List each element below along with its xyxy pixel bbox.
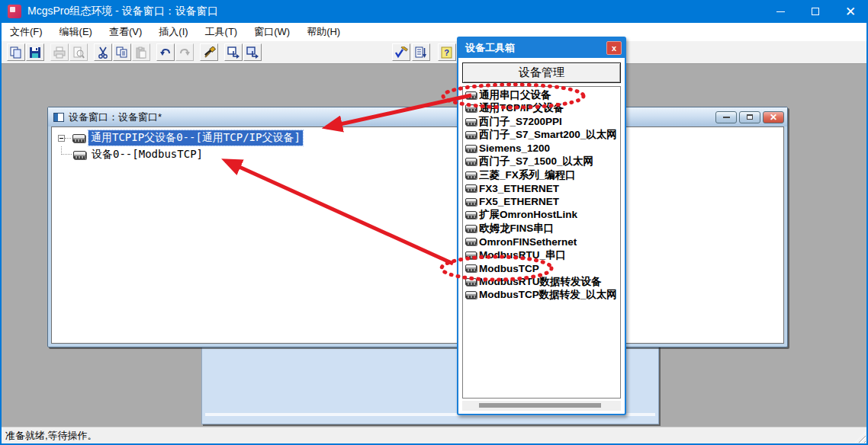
device-item[interactable]: 西门子_S7_Smart200_以太网 (465, 129, 620, 142)
sort-icon (415, 46, 427, 59)
device-window-titlebar[interactable]: 设备窗口：设备窗口* ✕ (48, 107, 787, 126)
child-close-button[interactable]: ✕ (763, 111, 784, 123)
child-minimize-button[interactable] (715, 111, 737, 123)
menu-file[interactable]: 文件(F) (2, 23, 51, 41)
tools-button[interactable] (200, 43, 218, 61)
menu-edit[interactable]: 编辑(E) (51, 23, 101, 41)
print-preview-icon (72, 46, 85, 59)
menu-help[interactable]: 帮助(H) (298, 23, 349, 41)
device-window-controls: ✕ (715, 111, 784, 123)
tree-node-parent[interactable]: 通用TCPIP父设备0--[通用TCP/IP父设备] (88, 130, 303, 146)
device-window-title: 设备窗口：设备窗口* (69, 110, 162, 124)
device-item[interactable]: 通用串口父设备 (465, 88, 620, 102)
copy-icon (115, 46, 129, 59)
device-manage-button[interactable]: 设备管理 (462, 62, 621, 83)
tree-node-child[interactable]: 设备0--[ModbusTCP] (89, 147, 205, 162)
chip-icon (465, 251, 477, 259)
download-button[interactable] (224, 43, 243, 61)
chip-icon (465, 91, 477, 99)
device-item[interactable]: OmronFINSethernet (465, 235, 620, 249)
save-button[interactable] (26, 43, 44, 61)
download-run-icon (246, 46, 259, 59)
device-window-icon (53, 113, 64, 122)
download-run-button[interactable] (243, 43, 262, 61)
device-window: 设备窗口：设备窗口* ✕ 通用TCPIP父设备0--[通用TCP/IP父设备] … (47, 107, 788, 347)
help-icon: ? (441, 46, 453, 59)
print-button[interactable] (50, 43, 69, 61)
chip-icon (465, 145, 477, 152)
scrollbar-thumb[interactable] (479, 403, 601, 408)
statusbar: 准备就绪,等待操作。 (2, 427, 866, 443)
device-list: 通用串口父设备 通用TCP/IP父设备 西门子_S7200PPI 西门子_S7_… (462, 86, 621, 399)
chip-icon (465, 198, 477, 206)
status-text: 准备就绪,等待操作。 (5, 429, 98, 443)
menu-tools[interactable]: 工具(T) (197, 23, 246, 41)
chip-icon (465, 225, 477, 232)
device-item[interactable]: Siemens_1200 (465, 142, 620, 155)
sort-button[interactable] (412, 43, 430, 61)
maximize-button[interactable] (798, 0, 833, 23)
check-button[interactable] (392, 43, 410, 61)
chip-icon (465, 184, 477, 192)
close-button[interactable]: ✕ (833, 0, 868, 23)
new-button[interactable] (7, 43, 25, 61)
chip-icon (465, 264, 477, 272)
save-icon (29, 46, 41, 59)
device-item[interactable]: ModbusRTU_串口 (465, 248, 620, 262)
cut-button[interactable] (94, 43, 112, 61)
device-item[interactable]: 三菱_FX系列_编程口 (465, 168, 620, 182)
undo-icon (159, 47, 172, 58)
toolbox-close-button[interactable]: x (606, 41, 622, 55)
tree-row-parent[interactable]: 通用TCPIP父设备0--[通用TCP/IP父设备] (56, 130, 783, 146)
tree-row-child[interactable]: 设备0--[ModbusTCP] (56, 146, 783, 163)
menu-insert[interactable]: 插入(I) (150, 23, 196, 41)
device-item[interactable]: 欧姆龙FINS串口 (465, 222, 620, 235)
toolbar: ? (2, 41, 866, 64)
minimize-button[interactable] (763, 0, 798, 23)
minimize-icon (776, 11, 785, 12)
device-item-modbustcp[interactable]: ModbusTCP (465, 262, 620, 276)
chip-icon (465, 291, 477, 299)
window-title: McgsPro组态环境 - 设备窗口：设备窗口 (27, 5, 218, 18)
menubar: 文件(F) 编辑(E) 查看(V) 插入(I) 工具(T) 窗口(W) 帮助(H… (2, 23, 866, 41)
chip-icon (465, 118, 477, 126)
check-icon (394, 46, 408, 59)
device-chip-icon (73, 151, 86, 159)
toolbox-titlebar[interactable]: 设备工具箱 x (458, 38, 625, 58)
chip-icon (465, 158, 477, 165)
redo-button[interactable] (175, 43, 194, 61)
copy-button[interactable] (113, 43, 131, 61)
collapse-icon[interactable] (58, 135, 65, 142)
device-item[interactable]: 通用TCP/IP父设备 (465, 102, 620, 116)
device-tree: 通用TCPIP父设备0--[通用TCP/IP父设备] 设备0--[ModbusT… (56, 130, 783, 163)
device-item[interactable]: FX5_ETHERNET (465, 195, 620, 209)
device-toolbox-panel: 设备工具箱 x 设备管理 通用串口父设备 通用TCP/IP父设备 西门子_S72… (457, 37, 626, 415)
svg-text:?: ? (444, 48, 449, 57)
help-button[interactable]: ? (438, 43, 456, 61)
device-item[interactable]: ModbusRTU数据转发设备 (465, 275, 620, 289)
paste-button[interactable] (132, 43, 150, 61)
resize-grip-icon[interactable] (855, 432, 866, 443)
undo-button[interactable] (156, 43, 175, 61)
toolbox-body: 设备管理 通用串口父设备 通用TCP/IP父设备 西门子_S7200PPI 西门… (458, 58, 625, 414)
device-item[interactable]: 西门子_S7_1500_以太网 (465, 155, 620, 169)
paste-icon (135, 46, 147, 59)
child-minimize-icon (723, 117, 730, 118)
device-item[interactable]: 扩展OmronHostLink (465, 209, 620, 222)
tree-connector (65, 138, 71, 139)
device-item[interactable]: ModbusTCP数据转发_以太网 (465, 289, 620, 303)
mcgs-logo-icon (8, 5, 21, 18)
maximize-icon (812, 8, 819, 15)
menu-window[interactable]: 窗口(W) (246, 23, 298, 41)
chip-icon (465, 171, 477, 179)
chip-icon (465, 211, 477, 219)
chip-icon (465, 131, 477, 139)
device-item[interactable]: FX3_ETHERNET (465, 182, 620, 196)
window-controls: ✕ (763, 0, 868, 23)
child-restore-button[interactable] (739, 111, 760, 123)
download-icon (227, 46, 240, 59)
menu-view[interactable]: 查看(V) (101, 23, 150, 41)
device-item[interactable]: 西门子_S7200PPI (465, 115, 620, 129)
toolbox-hscrollbar[interactable] (462, 401, 621, 411)
print-preview-button[interactable] (69, 43, 88, 61)
